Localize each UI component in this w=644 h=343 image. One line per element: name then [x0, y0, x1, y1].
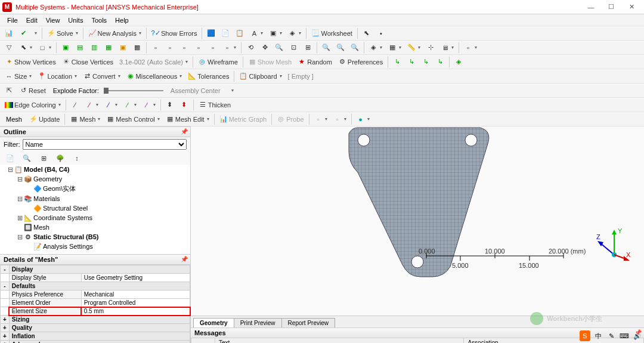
- msg-col-text[interactable]: Text: [215, 338, 464, 344]
- property-value[interactable]: Mechanical: [81, 291, 190, 299]
- tree-item[interactable]: 🔲Mesh: [0, 223, 190, 232]
- tab-report-preview[interactable]: Report Preview: [281, 318, 335, 327]
- ime-s-icon[interactable]: S: [580, 330, 590, 341]
- menu-view[interactable]: View: [42, 16, 64, 25]
- explode-icon-btn[interactable]: ⇱: [2, 86, 16, 95]
- menu-file[interactable]: File: [4, 16, 21, 25]
- wireframe-button[interactable]: ◎Wireframe: [196, 57, 240, 67]
- show-errors-button[interactable]: ?✓Show Errors: [149, 29, 200, 38]
- edge-h2[interactable]: ⬍: [178, 100, 191, 110]
- sel-ext4[interactable]: ▫: [192, 43, 205, 52]
- details-pin-icon[interactable]: 📌: [181, 256, 188, 262]
- ime-keyboard-icon[interactable]: ⌨: [619, 330, 630, 341]
- category-name[interactable]: Quality: [9, 324, 190, 332]
- cursor-button[interactable]: ⬉: [360, 29, 373, 38]
- category-expand[interactable]: +: [1, 332, 10, 341]
- toolbar-btn-e[interactable]: ▣: [267, 29, 284, 38]
- pin-icon[interactable]: 📌: [181, 128, 188, 135]
- property-value[interactable]: Program Controlled: [81, 299, 190, 307]
- convert-button[interactable]: ⇄Convert: [80, 72, 123, 81]
- category-name[interactable]: Sizing: [9, 316, 190, 324]
- scale-dropdown[interactable]: 3.1e-002 (Auto Scale): [117, 58, 190, 66]
- update-button[interactable]: ⚡Update: [27, 115, 62, 124]
- category-name[interactable]: Display: [9, 265, 190, 274]
- axis-triad[interactable]: Y Z X: [596, 225, 632, 262]
- select-mode[interactable]: □: [36, 43, 54, 52]
- probe-dd1[interactable]: ▫: [312, 115, 330, 124]
- tree-item[interactable]: 📝Analysis Settings: [0, 242, 190, 251]
- cube-tool[interactable]: ◈: [452, 57, 465, 67]
- maximize-button[interactable]: ☐: [601, 1, 621, 13]
- category-expand[interactable]: +: [1, 324, 10, 332]
- tree-item[interactable]: ⊟📋Model (B4, C4): [0, 165, 190, 174]
- clipboard-button[interactable]: 📋Clipboard: [237, 72, 284, 81]
- expand-icon[interactable]: ⊟: [7, 166, 13, 174]
- toolbar-dropdown1[interactable]: [31, 30, 39, 36]
- view-ruler[interactable]: 📏: [405, 43, 423, 52]
- sel-body[interactable]: ▦: [102, 43, 115, 52]
- edge-a[interactable]: ∕: [69, 100, 82, 110]
- tree-btn1[interactable]: 📄: [4, 153, 17, 163]
- probe-dd2[interactable]: ▫: [331, 115, 349, 124]
- preferences-button[interactable]: ⚙Preferences: [336, 57, 385, 67]
- tree-btn2[interactable]: 🔍: [20, 153, 33, 163]
- view-grid[interactable]: ▦: [386, 43, 404, 52]
- category-expand[interactable]: -: [1, 282, 10, 291]
- sel-node[interactable]: ▣: [116, 43, 129, 52]
- toolbar-btn-b[interactable]: 📄: [219, 29, 232, 38]
- solve-button[interactable]: ⚡Solve: [45, 29, 80, 38]
- mesh-control-button[interactable]: ▦Mesh Control: [104, 115, 162, 124]
- new-analysis-button[interactable]: 📈New Analysis: [86, 29, 144, 38]
- expand-icon[interactable]: ⊞: [17, 214, 23, 222]
- expand-icon[interactable]: ⊟: [17, 175, 23, 183]
- filter-select[interactable]: Name: [23, 139, 187, 150]
- view-extra[interactable]: ▫: [462, 43, 479, 52]
- sel-face[interactable]: ▥: [88, 43, 101, 52]
- random-button[interactable]: ★Random: [295, 57, 335, 67]
- ime-language-icon[interactable]: 中: [593, 330, 603, 341]
- coord1[interactable]: ↳: [391, 57, 404, 67]
- close-vertices-button[interactable]: ☀Close Vertices: [60, 57, 116, 67]
- expand-icon[interactable]: ⊟: [17, 233, 23, 241]
- toolbar-ok[interactable]: ✔: [17, 29, 30, 38]
- menu-edit[interactable]: Edit: [23, 16, 41, 25]
- expand-icon[interactable]: ⊟: [17, 195, 23, 203]
- menu-help[interactable]: Help: [112, 16, 132, 25]
- select-vertex[interactable]: ⬉: [17, 43, 35, 52]
- toolbar-btn-f[interactable]: ◈: [286, 29, 304, 38]
- toolbar-btn-a[interactable]: 🟦: [205, 29, 218, 38]
- edge-b[interactable]: ∕: [83, 100, 101, 110]
- toolbar-btn-c[interactable]: 📋: [233, 29, 246, 38]
- size-button[interactable]: ↔Size: [2, 72, 34, 81]
- category-name[interactable]: Defaults: [9, 282, 190, 291]
- edge-d[interactable]: ∕: [121, 100, 139, 110]
- view-display[interactable]: 🖥: [438, 43, 456, 52]
- view-axes[interactable]: ⊹: [424, 43, 437, 52]
- view2[interactable]: 🔍: [334, 43, 347, 52]
- tree-btn4[interactable]: 🌳: [54, 153, 67, 163]
- sel-ext1[interactable]: ▫: [149, 43, 162, 52]
- property-value[interactable]: 0.5 mm: [81, 307, 190, 316]
- edge-c[interactable]: ∕: [102, 100, 120, 110]
- close-button[interactable]: ✕: [621, 1, 642, 13]
- minimize-button[interactable]: —: [581, 1, 601, 13]
- edge-h1[interactable]: ⬍: [163, 100, 177, 110]
- menu-tools[interactable]: Tools: [88, 16, 110, 25]
- menu-units[interactable]: Units: [64, 16, 86, 25]
- metric-graph-button[interactable]: 📊Metric Graph: [217, 115, 270, 124]
- sel-ext6[interactable]: ▫: [221, 43, 239, 52]
- explode-slider[interactable]: [104, 90, 163, 91]
- category-expand[interactable]: -: [1, 265, 10, 274]
- assembly-center-dd[interactable]: [228, 87, 236, 94]
- coord2[interactable]: ↳: [405, 57, 418, 67]
- sel-ext5[interactable]: ▫: [206, 43, 219, 52]
- reset-button[interactable]: ↺Reset: [17, 86, 48, 95]
- edge-e[interactable]: ∕: [140, 100, 158, 110]
- pan-button[interactable]: ✥: [258, 43, 271, 52]
- ime-volume-icon[interactable]: 🔊: [632, 330, 643, 341]
- location-button[interactable]: 📍Location: [35, 72, 79, 81]
- show-mesh-button[interactable]: ▦Show Mesh: [246, 57, 294, 67]
- view1[interactable]: 🔍: [320, 43, 333, 52]
- coord3[interactable]: ↳: [419, 57, 432, 67]
- rotate-button[interactable]: ⟲: [244, 43, 257, 52]
